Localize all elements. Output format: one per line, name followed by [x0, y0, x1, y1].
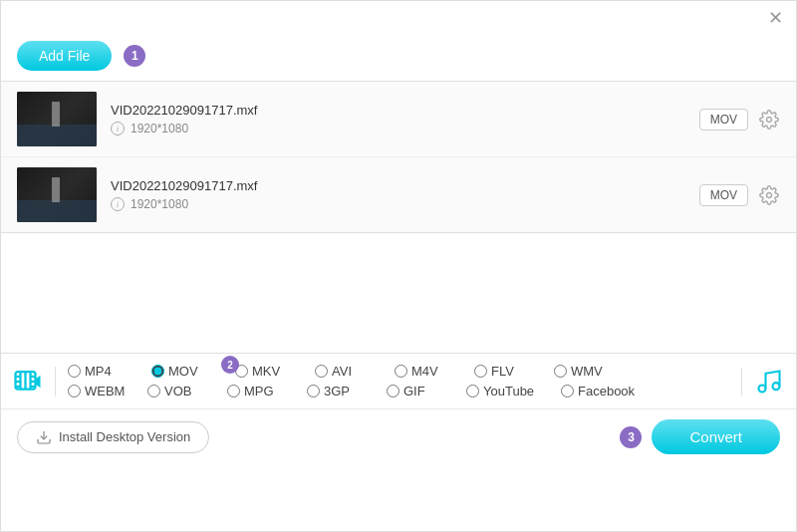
file-meta: i 1920*1080 [111, 197, 685, 211]
file-thumbnail [17, 167, 97, 222]
settings-icon[interactable] [758, 109, 780, 131]
format-radio-youtube[interactable] [466, 385, 479, 398]
format-radio-wmv[interactable] [554, 365, 567, 378]
format-radio-mov[interactable] [151, 365, 164, 378]
convert-area: 3 Convert [620, 419, 780, 454]
file-meta: i 1920*1080 [111, 122, 685, 135]
format-radio-3gp[interactable] [307, 385, 320, 398]
convert-button[interactable]: Convert [652, 419, 780, 454]
file-info: VID20221029091717.mxf i 1920*1080 [111, 178, 685, 211]
file-name: VID20221029091717.mxf [111, 103, 685, 118]
format-badge[interactable]: MOV [699, 184, 748, 206]
format-label-m4v: M4V [411, 364, 438, 379]
svg-point-1 [767, 192, 772, 197]
format-label-mpg: MPG [244, 384, 274, 399]
badge-2: 2 [221, 356, 239, 374]
file-name: VID20221029091717.mxf [111, 178, 685, 193]
format-option-mpg[interactable]: MPG [227, 384, 307, 399]
format-option-avi[interactable]: AVI [315, 364, 395, 379]
format-label-youtube: YouTube [483, 384, 534, 399]
format-option-mp4[interactable]: MP4 [68, 364, 147, 379]
file-resolution: 1920*1080 [131, 122, 188, 135]
table-row: VID20221029091717.mxf i 1920*1080 MOV [1, 157, 796, 232]
add-file-button[interactable]: Add File [17, 41, 112, 71]
file-info: VID20221029091717.mxf i 1920*1080 [111, 103, 685, 135]
format-label-webm: WEBM [85, 384, 125, 399]
svg-point-13 [759, 385, 766, 392]
format-label-mp4: MP4 [85, 364, 112, 379]
format-option-youtube[interactable]: YouTube [466, 384, 561, 399]
format-option-facebook[interactable]: Facebook [561, 384, 656, 399]
format-radio-m4v[interactable] [395, 365, 407, 378]
svg-point-0 [767, 117, 772, 122]
format-badge[interactable]: MOV [699, 109, 748, 131]
file-actions: MOV [699, 109, 780, 131]
file-thumbnail [17, 92, 97, 146]
format-row-2: WEBM VOB MPG 3GP GIF [68, 384, 729, 399]
format-label-facebook: Facebook [578, 384, 635, 399]
format-option-wmv[interactable]: WMV [554, 364, 634, 379]
format-radio-vob[interactable] [147, 385, 160, 398]
format-label-mkv: MKV [252, 364, 280, 379]
table-row: VID20221029091717.mxf i 1920*1080 MOV [1, 82, 796, 157]
close-button[interactable]: ✕ [766, 9, 784, 27]
format-bar: MP4 2 MOV MKV AVI M4V [1, 353, 796, 408]
format-row-1: MP4 2 MOV MKV AVI M4V [68, 364, 729, 379]
download-icon [36, 429, 52, 445]
file-list: VID20221029091717.mxf i 1920*1080 MOV VI… [1, 81, 796, 233]
format-option-webm[interactable]: WEBM [68, 384, 147, 399]
format-radio-avi[interactable] [315, 365, 328, 378]
format-option-vob[interactable]: VOB [147, 384, 227, 399]
format-radio-webm[interactable] [68, 385, 81, 398]
badge-1: 1 [124, 45, 145, 67]
format-options: MP4 2 MOV MKV AVI M4V [56, 364, 741, 399]
format-radio-facebook[interactable] [561, 385, 574, 398]
info-icon[interactable]: i [111, 122, 125, 135]
format-option-m4v[interactable]: M4V [395, 364, 474, 379]
video-format-tab[interactable] [1, 367, 56, 397]
settings-icon[interactable] [758, 184, 780, 206]
format-radio-mp4[interactable] [68, 365, 81, 378]
format-label-avi: AVI [332, 364, 352, 379]
badge-3: 3 [620, 426, 642, 448]
thumbnail-image [17, 167, 97, 222]
title-bar: ✕ [1, 1, 796, 35]
format-option-mkv[interactable]: MKV [235, 364, 315, 379]
file-actions: MOV [699, 184, 780, 206]
format-label-3gp: 3GP [324, 384, 350, 399]
format-option-mov[interactable]: 2 MOV [151, 364, 231, 379]
format-label-wmv: WMV [571, 364, 603, 379]
action-bar: Install Desktop Version 3 Convert [1, 408, 796, 464]
toolbar: Add File 1 [1, 35, 796, 81]
format-radio-flv[interactable] [474, 365, 487, 378]
format-label-flv: FLV [491, 364, 514, 379]
format-label-vob: VOB [164, 384, 191, 399]
file-resolution: 1920*1080 [131, 197, 188, 211]
format-option-gif[interactable]: GIF [387, 384, 466, 399]
format-radio-mpg[interactable] [227, 385, 240, 398]
info-icon[interactable]: i [111, 197, 125, 211]
format-label-mov: MOV [168, 364, 198, 379]
format-option-3gp[interactable]: 3GP [307, 384, 387, 399]
svg-point-14 [773, 383, 780, 390]
format-radio-gif[interactable] [387, 385, 399, 398]
empty-area [1, 233, 796, 353]
install-label: Install Desktop Version [59, 429, 190, 444]
thumbnail-image [17, 92, 97, 146]
install-desktop-button[interactable]: Install Desktop Version [17, 421, 209, 453]
format-label-gif: GIF [403, 384, 425, 399]
audio-format-tab[interactable] [741, 368, 796, 396]
format-option-flv[interactable]: FLV [474, 364, 554, 379]
